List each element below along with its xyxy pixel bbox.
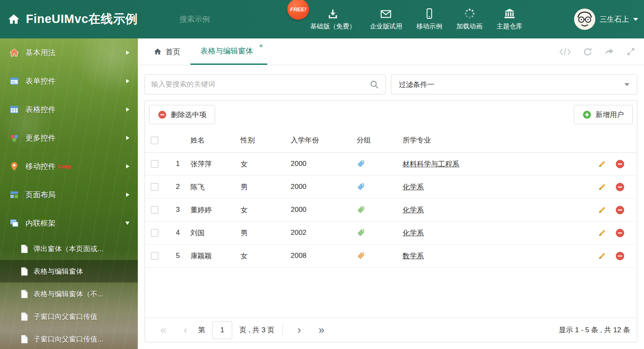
chevron-right-icon (126, 136, 129, 140)
last-page-icon[interactable]: » (310, 325, 333, 335)
sidebar-item-page-layout[interactable]: 页面布局 (0, 181, 138, 209)
tag-icon (357, 183, 365, 191)
prev-page-icon[interactable]: ‹ (175, 325, 196, 335)
edit-icon[interactable] (598, 252, 606, 260)
row-index: 4 (170, 229, 187, 237)
controls-cluster-icon (9, 133, 19, 143)
mobile-icon (424, 8, 434, 19)
major-link[interactable]: 化学系 (403, 205, 424, 215)
nav-theme-store[interactable]: 主题仓库 (489, 8, 530, 31)
tab-grid-edit-window[interactable]: 表格与编辑窗体 ✕ (190, 38, 267, 65)
sidebar-item-iframe[interactable]: 内联框架 (0, 209, 138, 237)
nav-label: 移动示例 (416, 22, 442, 31)
row-gender: 女 (237, 159, 287, 169)
row-checkbox[interactable] (151, 160, 158, 168)
sidebar-item-label: 更多控件 (25, 133, 56, 143)
row-name: 董婷婷 (187, 205, 237, 215)
delete-icon[interactable] (616, 160, 624, 168)
sidebar-item-more-controls[interactable]: 更多控件 (0, 124, 138, 152)
header-nav: 基础版（免费） 企业版试用 移动示例 加载动画 (303, 0, 530, 38)
major-link[interactable]: 化学系 (403, 182, 424, 192)
delete-icon[interactable] (616, 183, 624, 191)
sidebar-item-basic-usage[interactable]: 基本用法 (0, 38, 138, 67)
page-prefix: 第 (198, 325, 205, 335)
sidebar-item-label: 基本用法 (25, 48, 56, 58)
filter-dropdown[interactable]: 过滤条件一 (391, 74, 637, 94)
sidebar-subitem-popup-window[interactable]: 弹出窗体（本页面或... (0, 237, 138, 260)
user-menu[interactable]: 三生石上 (574, 0, 638, 38)
nav-label: 基础版（免费） (310, 22, 356, 31)
sidebar-item-form-controls[interactable]: 表单控件 (0, 67, 138, 95)
nav-loading-animation[interactable]: 加载动画 (449, 8, 489, 31)
header-search-input[interactable] (180, 15, 276, 24)
sidebar-item-mobile-controls[interactable]: 移动控件 Corp. (0, 152, 138, 181)
edit-icon[interactable] (598, 160, 606, 168)
edit-icon[interactable] (598, 206, 606, 214)
delete-icon[interactable] (616, 229, 624, 237)
row-index: 1 (170, 160, 187, 168)
major-link[interactable]: 材料科学与工程系 (403, 159, 459, 169)
row-index: 5 (170, 252, 187, 260)
major-link[interactable]: 化学系 (403, 228, 424, 238)
chevron-right-icon (126, 79, 129, 83)
home-icon (9, 48, 19, 58)
share-icon[interactable] (604, 47, 614, 56)
tab-home[interactable]: 首页 (144, 38, 190, 65)
nav-enterprise-trial[interactable]: 企业版试用 (363, 8, 410, 31)
row-checkbox[interactable] (151, 183, 158, 191)
keyword-search-input[interactable] (151, 80, 370, 89)
avatar (574, 8, 596, 30)
tab-label: 表格与编辑窗体 (200, 46, 253, 56)
file-icon (21, 245, 28, 253)
major-link[interactable]: 数学系 (403, 251, 424, 261)
nav-basic-free[interactable]: 基础版（免费） (303, 8, 363, 31)
keyword-search (145, 74, 386, 94)
column-header-year: 入学年份 (287, 135, 353, 145)
chevron-right-icon (126, 164, 129, 168)
sidebar-subitem-child-to-parent[interactable]: 子窗口向父窗口传值 (0, 305, 138, 328)
source-code-icon[interactable] (559, 47, 571, 56)
first-page-icon[interactable]: « (152, 325, 175, 335)
sidebar-subitem-label: 表格与编辑窗体 (33, 267, 83, 276)
frames-icon (9, 218, 19, 228)
grid-toolbar: 删除选中项 新增用户 (145, 101, 637, 128)
nav-mobile-demo[interactable]: 移动示例 (409, 8, 449, 31)
nav-label: 加载动画 (456, 22, 482, 31)
edit-icon[interactable] (598, 229, 606, 237)
sidebar-subitem-grid-edit-window-2[interactable]: 表格与编辑窗体（不... (0, 283, 138, 305)
delete-icon[interactable] (616, 252, 624, 260)
column-header-group: 分组 (353, 135, 399, 145)
page-number-input[interactable] (212, 321, 232, 339)
add-user-button[interactable]: 新增用户 (574, 105, 633, 124)
header-search (180, 0, 265, 38)
header: FineUIMvc在线示例 FREE! 基础版（免费） 企业版试用 (0, 0, 644, 38)
file-icon (21, 267, 28, 276)
edit-icon[interactable] (598, 183, 606, 191)
delete-selected-button[interactable]: 删除选中项 (149, 105, 215, 124)
sidebar-subitem-grid-edit-window[interactable]: 表格与编辑窗体 (0, 260, 138, 283)
brand[interactable]: FineUIMvc在线示例 (8, 0, 138, 38)
row-checkbox[interactable] (151, 229, 158, 237)
refresh-icon[interactable] (583, 47, 593, 57)
sidebar-subitem-label: 子窗口向父窗口传值... (33, 334, 103, 344)
row-gender: 女 (237, 205, 287, 215)
sidebar-item-grid-controls[interactable]: 表格控件 (0, 95, 138, 124)
row-name: 陈飞 (187, 182, 237, 192)
row-checkbox[interactable] (151, 252, 158, 260)
close-icon[interactable]: ✕ (259, 43, 263, 49)
sidebar-item-label: 表单控件 (25, 76, 56, 86)
search-icon[interactable] (370, 80, 379, 89)
table-row: 2 陈飞 男 2000 化学系 (145, 176, 637, 199)
add-user-label: 新增用户 (596, 110, 624, 120)
table-icon (9, 104, 19, 115)
delete-icon[interactable] (616, 206, 624, 214)
fullscreen-icon[interactable] (626, 47, 636, 56)
filter-row: 过滤条件一 (145, 74, 637, 94)
next-page-icon[interactable]: › (289, 325, 309, 335)
sidebar-subitem-child-to-parent-2[interactable]: 子窗口向父窗口传值... (0, 328, 138, 349)
select-all-checkbox[interactable] (151, 137, 158, 144)
chevron-right-icon (126, 51, 129, 55)
row-checkbox[interactable] (151, 206, 158, 214)
row-year: 2000 (287, 183, 353, 191)
tab-tools (559, 38, 636, 65)
